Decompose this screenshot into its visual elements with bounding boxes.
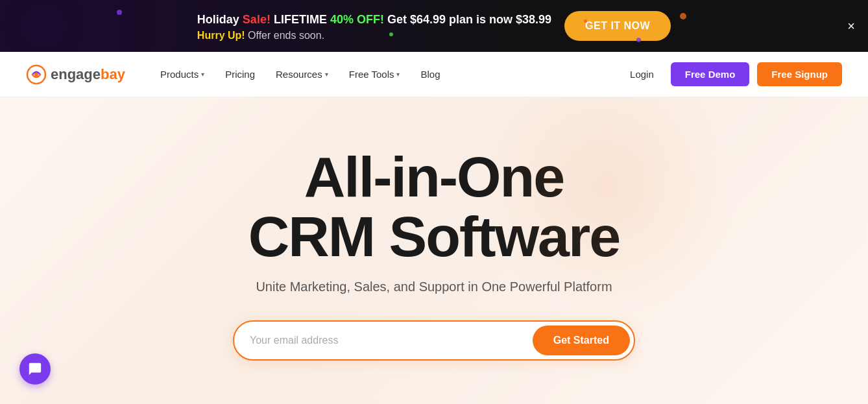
nav-blog[interactable]: Blog	[411, 64, 449, 85]
banner-hurry: Hurry Up!	[197, 30, 245, 41]
email-form: Get Started	[233, 320, 635, 361]
banner-subtext: Hurry Up! Offer ends soon.	[197, 30, 551, 42]
free-tools-chevron-icon: ▾	[396, 71, 400, 78]
chat-bubble-button[interactable]	[19, 353, 51, 385]
nav-pricing[interactable]: Pricing	[216, 64, 264, 85]
nav-links: Products ▾ Pricing Resources ▾ Free Tool…	[151, 64, 614, 85]
logo-engage: engage	[51, 66, 101, 82]
nav-actions: Login Free Demo Free Signup	[621, 62, 842, 86]
chat-icon	[28, 362, 42, 376]
email-input[interactable]	[250, 335, 533, 346]
navbar: engagebay Products ▾ Pricing Resources ▾…	[0, 52, 868, 97]
free-demo-button[interactable]: Free Demo	[671, 62, 750, 86]
nav-free-tools[interactable]: Free Tools ▾	[340, 64, 409, 85]
logo[interactable]: engagebay	[26, 64, 125, 85]
hero-title: All-in-One CRM Software	[248, 147, 620, 267]
banner-headline: Holiday Sale! LIFETIME 40% OFF! Get $64.…	[197, 11, 551, 29]
logo-icon	[26, 64, 47, 85]
promo-banner: Holiday Sale! LIFETIME 40% OFF! Get $64.…	[0, 0, 868, 52]
login-button[interactable]: Login	[621, 64, 663, 85]
logo-text: engagebay	[51, 66, 125, 83]
hero-section: All-in-One CRM Software Unite Marketing,…	[0, 97, 868, 404]
logo-bay: bay	[101, 66, 125, 82]
free-signup-button[interactable]: Free Signup	[757, 62, 842, 86]
hero-title-line2: CRM Software	[248, 204, 620, 268]
hero-subtitle: Unite Marketing, Sales, and Support in O…	[256, 279, 612, 294]
get-started-button[interactable]: Get Started	[533, 326, 630, 355]
svg-point-1	[34, 73, 38, 77]
banner-offer: Offer ends soon.	[245, 30, 324, 41]
banner-off: 40% OFF!	[330, 13, 384, 26]
banner-close-button[interactable]: ×	[847, 19, 855, 34]
nav-products[interactable]: Products ▾	[151, 64, 213, 85]
products-chevron-icon: ▾	[201, 71, 204, 78]
banner-suffix: Get $64.99 plan is now $38.99	[384, 13, 551, 26]
banner-sale: Sale!	[243, 13, 271, 26]
banner-lifetime: LIFETIME	[271, 13, 330, 26]
resources-chevron-icon: ▾	[325, 71, 328, 78]
nav-resources[interactable]: Resources ▾	[267, 64, 337, 85]
get-it-now-button[interactable]: GET IT NOW	[564, 11, 671, 41]
banner-text-group: Holiday Sale! LIFETIME 40% OFF! Get $64.…	[197, 11, 551, 42]
hero-title-line1: All-in-One	[304, 145, 564, 209]
